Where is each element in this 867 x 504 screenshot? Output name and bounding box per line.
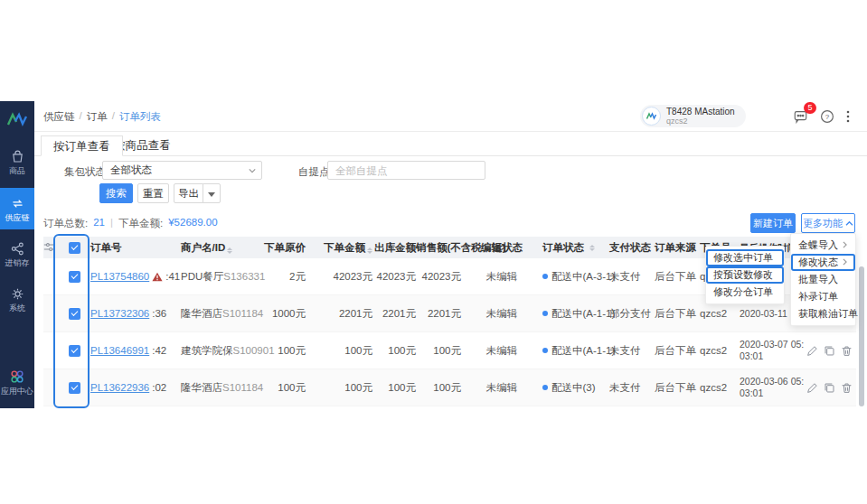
header-order-status[interactable]: 订单状态: [542, 241, 609, 255]
merchant-id: S101184: [222, 382, 263, 393]
sidebar: 商品 供应链 进销存: [0, 101, 34, 408]
sort-icon: [589, 245, 595, 251]
menu-item-batch-import[interactable]: 批量导入: [791, 271, 855, 288]
order-link[interactable]: PL13646991: [90, 345, 149, 356]
cell-sales: 100元: [416, 381, 461, 395]
order-time-fragment: :02: [152, 382, 166, 393]
order-link[interactable]: PL13622936: [90, 382, 149, 393]
sidebar-item-label: 供应链: [5, 213, 30, 222]
vertical-scrollbar[interactable]: [859, 266, 864, 406]
bag-icon: [10, 149, 25, 164]
cell-edit-status: 未编辑: [461, 344, 542, 358]
order-link[interactable]: PL13732306: [90, 308, 149, 319]
reset-button[interactable]: 重置: [137, 183, 169, 203]
header-edit-status: 编辑状态: [461, 241, 542, 255]
search-button[interactable]: 搜索: [99, 183, 133, 203]
cell-outbound: 42023元: [372, 270, 416, 284]
notification-badge: 5: [804, 102, 816, 114]
package-status-value: 全部状态: [110, 164, 152, 175]
chevron-down-icon: [248, 167, 257, 174]
select-all-checkbox[interactable]: [69, 242, 80, 254]
cell-edit-status: 未编辑: [461, 381, 542, 395]
sidebar-item-label: 应用中心: [1, 387, 33, 396]
column-settings-icon[interactable]: [43, 241, 58, 255]
supply-chain-icon: [10, 196, 25, 211]
user-account-chip[interactable]: T8428 MAstation qzcs2: [640, 105, 746, 127]
header-source: 订单来源: [655, 241, 700, 255]
kebab-menu-icon[interactable]: [842, 109, 854, 126]
cell-pay-status: 部分支付: [609, 307, 655, 321]
menu-item-modify-status[interactable]: 修改状态: [791, 254, 855, 271]
summary-divider: |: [110, 217, 113, 230]
menu-item-supplement-order[interactable]: 补录订单: [791, 288, 855, 305]
cell-outbound: 100元: [372, 344, 416, 358]
cell-outbound: 100元: [372, 381, 416, 395]
row-checkbox[interactable]: [69, 308, 80, 320]
cell-order-amount: 100元: [306, 344, 372, 358]
order-amount-value: ¥52689.00: [168, 217, 217, 230]
cell-orig-price: 2元: [264, 270, 306, 284]
export-dropdown-button[interactable]: [203, 183, 221, 203]
package-status-select[interactable]: 全部状态: [102, 161, 262, 180]
menu-item-modify-selected-orders[interactable]: 修改选中订单: [706, 249, 784, 266]
help-icon[interactable]: ?: [820, 109, 834, 126]
cell-orig-price: 1000元: [264, 307, 306, 321]
more-functions-menu: 金蝶导入 修改状态 批量导入 补录订单 获取粮油订单: [790, 233, 856, 326]
edit-icon[interactable]: [806, 382, 818, 394]
order-time-fragment: :36: [152, 308, 166, 319]
cell-sales: 42023元: [416, 270, 461, 284]
copy-icon[interactable]: [824, 382, 835, 394]
cell-order-status: 配送中(A-1-1): [551, 344, 615, 358]
more-functions-label: 更多功能: [803, 214, 843, 232]
sort-icon: [227, 247, 232, 254]
row-checkbox[interactable]: [69, 271, 80, 283]
caret-up-icon: [845, 220, 853, 227]
status-dot: [542, 311, 548, 316]
edit-icon[interactable]: [806, 345, 818, 357]
sidebar-item-app-center[interactable]: 应用中心: [0, 361, 34, 403]
svg-text:?: ?: [825, 113, 830, 121]
sidebar-item-supply-chain[interactable]: 供应链: [0, 188, 34, 229]
order-count-label: 订单总数:: [43, 217, 88, 230]
menu-item-modify-split-orders[interactable]: 修改分仓订单: [706, 284, 784, 301]
cell-operator: qzcs2: [700, 382, 740, 393]
merchant-id: S101184: [222, 308, 263, 319]
pickup-point-input[interactable]: [327, 161, 485, 180]
more-functions-button[interactable]: 更多功能: [801, 213, 855, 233]
export-button[interactable]: 导出: [174, 183, 203, 203]
delete-icon[interactable]: [841, 382, 853, 394]
new-order-button[interactable]: 新建订单: [750, 213, 796, 233]
menu-item-modify-by-preset[interactable]: 按预设数修改: [706, 266, 784, 284]
header-merchant[interactable]: 商户名/ID: [181, 241, 264, 255]
app-center-icon: [9, 369, 25, 385]
app-window: 商品 供应链 进销存: [0, 0, 867, 504]
cell-edit-status: 未编辑: [461, 307, 542, 321]
header-order-amount[interactable]: 下单金额: [306, 241, 372, 255]
cell-sales: 100元: [416, 344, 461, 358]
menu-item-kingdee-import[interactable]: 金蝶导入: [791, 237, 855, 254]
sidebar-item-goods[interactable]: 商品: [0, 141, 34, 182]
sidebar-item-label: 商品: [9, 166, 25, 175]
copy-icon[interactable]: [824, 345, 835, 357]
merchant-name: PDU餐厅: [181, 271, 223, 282]
order-time-fragment: :42: [152, 345, 166, 356]
cell-outbound: 2201元: [372, 307, 416, 321]
row-checkbox[interactable]: [69, 382, 80, 394]
order-link[interactable]: PL13754860: [90, 271, 149, 282]
share-nodes-icon: [10, 241, 25, 257]
row-checkbox[interactable]: [69, 345, 80, 357]
tab-view-by-order[interactable]: 按订单查看: [41, 135, 123, 156]
delete-icon[interactable]: [841, 345, 853, 357]
user-name: T8428 MAstation: [666, 107, 735, 117]
merchant-name: 建筑学院保: [181, 345, 233, 356]
breadcrumb-orders[interactable]: 订单: [87, 110, 108, 124]
breadcrumb-supply-chain[interactable]: 供应链: [43, 110, 75, 124]
sidebar-item-inventory[interactable]: 进销存: [0, 233, 34, 275]
breadcrumb-separator: /: [80, 110, 82, 124]
menu-item-fetch-grain-orders[interactable]: 获取粮油订单: [791, 305, 855, 322]
status-dot: [542, 274, 548, 279]
header-pay-status: 支付状态: [609, 241, 655, 255]
cell-source: 后台下单: [655, 307, 700, 321]
sidebar-item-system[interactable]: 系统: [0, 278, 34, 320]
cell-order-status: 配送中(A-3-1): [551, 270, 615, 284]
